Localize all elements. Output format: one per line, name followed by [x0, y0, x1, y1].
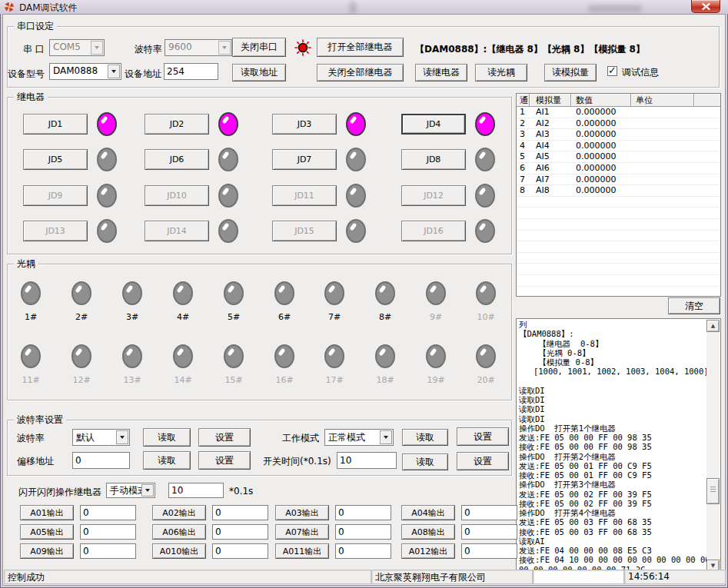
offset-read-button[interactable]: 读取	[143, 451, 191, 470]
relay-button-jd1[interactable]: JD1	[23, 114, 88, 135]
model-select[interactable]: DAM0888	[49, 63, 121, 80]
analog-row-ai1[interactable]: 1AI10.000000	[517, 107, 720, 118]
model-label: 设备型号	[8, 68, 45, 81]
output-button-9[interactable]: A09输出	[20, 543, 74, 559]
opto-label: 10#	[477, 312, 494, 322]
switch-read-button[interactable]: 读取	[402, 453, 448, 470]
col-header-channel[interactable]: 通	[517, 94, 530, 107]
opto-cell: 9#	[419, 281, 453, 322]
output-button-2[interactable]: A02输出	[152, 505, 206, 520]
switch-set-button[interactable]: 设置	[457, 452, 509, 470]
baud-read-button[interactable]: 读取	[143, 428, 191, 447]
baud-set-button[interactable]: 设置	[198, 428, 251, 447]
output-button-1[interactable]: A01输出	[20, 505, 74, 520]
baud-select[interactable]: 9600	[165, 39, 232, 56]
relay-led-off	[97, 148, 117, 171]
analog-row-ai3[interactable]: 3AI30.000000	[517, 129, 720, 141]
output-button-11[interactable]: A011输出	[275, 543, 329, 559]
output-value-input-8[interactable]	[461, 524, 517, 540]
debug-log-panel[interactable]: 列 【DAM0888】: 【继电器 0-8】 【光耦 0-8】 【模拟量 0-8…	[516, 318, 721, 573]
relay-button-jd13[interactable]: JD13	[23, 221, 88, 241]
relay-button-jd7[interactable]: JD7	[272, 149, 337, 170]
relay-button-jd10[interactable]: JD10	[145, 185, 209, 206]
relay-button-jd12[interactable]: JD12	[401, 185, 466, 206]
device-addr-input[interactable]	[164, 63, 218, 80]
relay-button-jd3[interactable]: JD3	[272, 114, 337, 135]
analog-cell	[571, 275, 631, 286]
col-header-value[interactable]: 数值	[571, 94, 631, 107]
close-all-relays-button[interactable]: 关闭全部继电器	[317, 64, 404, 81]
relay-button-jd4[interactable]: JD4	[401, 114, 466, 135]
opto-led-off	[274, 344, 294, 368]
relay-button-jd14[interactable]: JD14	[145, 221, 209, 241]
open-all-relays-button[interactable]: 打开全部继电器	[317, 38, 404, 57]
close-button[interactable]	[691, 0, 720, 13]
read-relay-button[interactable]: 读继电器	[415, 64, 467, 81]
output-button-10[interactable]: A010输出	[152, 543, 206, 559]
output-value-input-4[interactable]	[461, 505, 517, 520]
output-button-5[interactable]: A05输出	[20, 524, 74, 540]
relay-button-jd15[interactable]: JD15	[272, 221, 337, 241]
analog-row-ai7[interactable]: 7AI70.000000	[517, 174, 720, 186]
read-addr-button[interactable]: 读取地址	[232, 64, 286, 81]
scroll-up-icon[interactable]: ▲	[706, 320, 720, 332]
workmode-set-button[interactable]: 设置	[457, 427, 509, 446]
relay-button-jd9[interactable]: JD9	[23, 185, 88, 206]
output-value-input-10[interactable]	[212, 543, 268, 559]
relay-button-jd2[interactable]: JD2	[145, 114, 209, 135]
output-value-input-3[interactable]	[335, 505, 391, 520]
analog-row-ai6[interactable]: 6AI60.000000	[517, 163, 720, 174]
output-value-input-9[interactable]	[80, 543, 136, 559]
relay-button-jd16[interactable]: JD16	[401, 221, 466, 241]
relay-button-jd6[interactable]: JD6	[145, 149, 209, 170]
flash-time-input[interactable]	[168, 483, 224, 498]
offset-addr-input[interactable]	[72, 452, 130, 469]
workmode-select[interactable]: 正常模式	[324, 429, 394, 446]
relay-button-jd11[interactable]: JD11	[272, 185, 337, 206]
analog-cell: 0.000000	[571, 107, 631, 118]
scrollbar-thumb[interactable]	[706, 478, 720, 504]
titlebar-glass-smudge	[350, 2, 356, 14]
relay-button-jd8[interactable]: JD8	[401, 149, 466, 170]
output-value-input-5[interactable]	[80, 524, 136, 540]
output-button-4[interactable]: A04输出	[401, 505, 455, 520]
output-value-input-2[interactable]	[212, 505, 268, 520]
read-opto-button[interactable]: 读光耦	[475, 64, 527, 81]
relay-led-on	[346, 112, 366, 136]
offset-addr-label: 偏移地址	[17, 455, 54, 468]
output-button-12[interactable]: A012输出	[401, 543, 455, 559]
output-value-input-7[interactable]	[335, 524, 391, 540]
close-port-button[interactable]: 关闭串口	[232, 38, 286, 57]
relay-button-jd5[interactable]: JD5	[23, 149, 88, 170]
col-header-unit[interactable]: 单位	[631, 94, 694, 107]
output-button-8[interactable]: A08输出	[401, 524, 455, 540]
analog-row-ai8[interactable]: 8AI80.000000	[517, 185, 720, 197]
flash-unit-label: *0.1s	[229, 486, 253, 497]
baud-setting-select[interactable]: 默认	[72, 429, 130, 446]
output-value-input-12[interactable]	[461, 543, 517, 559]
workmode-read-button[interactable]: 读取	[402, 429, 448, 446]
serial-status-led	[294, 38, 312, 59]
analog-cell	[530, 287, 571, 297]
workmode-label: 工作模式	[282, 432, 319, 445]
output-value-input-11[interactable]	[335, 543, 391, 559]
switch-time-input[interactable]	[337, 452, 397, 469]
output-button-7[interactable]: A07输出	[275, 524, 329, 540]
col-header-analog[interactable]: 模拟量	[530, 94, 571, 107]
flash-mode-select[interactable]: 手动模式	[106, 483, 155, 498]
output-button-6[interactable]: A06输出	[152, 524, 206, 540]
analog-row-ai4[interactable]: 4AI40.000000	[517, 141, 720, 152]
output-value-input-6[interactable]	[212, 524, 268, 540]
log-scrollbar[interactable]: ▲ ▼	[706, 320, 720, 572]
workmode-value: 正常模式	[328, 431, 365, 444]
output-button-3[interactable]: A03输出	[275, 505, 329, 520]
clear-log-button[interactable]: 清空	[668, 297, 720, 314]
output-value-input-1[interactable]	[80, 505, 136, 520]
analog-cell: 0.000000	[571, 141, 631, 151]
read-analog-button[interactable]: 读模拟量	[544, 64, 597, 81]
debug-info-checkbox[interactable]	[607, 66, 617, 76]
analog-row-ai2[interactable]: 2AI20.000000	[517, 118, 720, 130]
offset-set-button[interactable]: 设置	[198, 451, 251, 470]
port-select[interactable]: COM5	[49, 39, 105, 56]
analog-row-ai5[interactable]: 5AI50.000000	[517, 151, 720, 163]
